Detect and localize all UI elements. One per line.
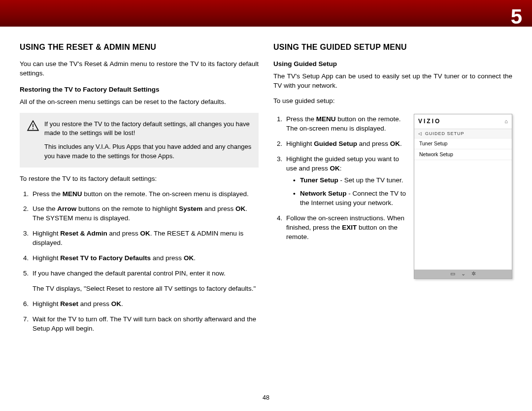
menu-screenshot: VIZIO ⌂ ◁ GUIDED SETUP Tuner Setup Netwo… (414, 114, 512, 279)
restore-step-3: Highlight Reset & Admin and press OK. Th… (31, 229, 259, 248)
guided-step-3: Highlight the guided setup you want to u… (284, 155, 407, 208)
guided-option-network: Network Setup - Connect the TV to the In… (293, 189, 407, 208)
guided-step-4: Follow the on-screen instructions. When … (284, 214, 407, 242)
guided-intro: The TV's Setup App can be used to easily… (273, 72, 512, 91)
body-subintro: All of the on-screen menu settings can b… (20, 98, 259, 107)
menu-breadcrumb: ◁ GUIDED SETUP (414, 129, 512, 139)
restore-step-5: If you have changed the default parental… (31, 269, 259, 294)
wide-icon: ▭ (450, 270, 455, 277)
section-heading-guided: USING THE GUIDED SETUP MENU (273, 42, 512, 53)
guided-step-2: Highlight Guided Setup and press OK. (284, 139, 407, 149)
guided-step-1: Press the MENU button on the remote. The… (284, 115, 407, 134)
intro-text: You can use the TV's Reset & Admin menu … (20, 60, 259, 78)
back-icon: ◁ (418, 131, 422, 137)
callout-main-text: If you restore the TV to the factory def… (44, 120, 252, 137)
menu-item-tuner: Tuner Setup (414, 138, 512, 149)
page-content: USING THE RESET & ADMIN MENU You can use… (20, 42, 512, 391)
page-number: 48 (0, 394, 532, 403)
restore-step-4: Highlight Reset TV to Factory Defaults a… (31, 254, 259, 263)
restore-lead: To restore the TV to its factory default… (20, 174, 259, 184)
menu-header: VIZIO ⌂ (414, 114, 512, 129)
callout-sub-text: This includes any V.I.A. Plus Apps that … (44, 142, 252, 160)
menu-crumb-label: GUIDED SETUP (425, 131, 465, 137)
menu-item-network: Network Setup (414, 149, 512, 160)
restore-step-6: Highlight Reset and press OK. (31, 300, 259, 309)
warning-callout: If you restore the TV to the factory def… (20, 113, 259, 168)
right-column: USING THE GUIDED SETUP MENU Using Guided… (273, 42, 512, 391)
chevron-down-icon: ⌄ (461, 270, 466, 277)
guided-option-tuner: Tuner Setup - Set up the TV tuner. (293, 176, 407, 185)
restore-step-7: Wait for the TV to turn off. The TV will… (31, 315, 259, 334)
guided-lead: To use guided setup: (273, 97, 512, 106)
warning-icon (27, 120, 39, 137)
svg-point-1 (33, 128, 33, 129)
section-heading-reset: USING THE RESET & ADMIN MENU (20, 42, 259, 53)
left-column: USING THE RESET & ADMIN MENU You can use… (20, 42, 259, 391)
guided-steps-list: Press the MENU button on the remote. The… (273, 115, 407, 242)
restore-step-2: Use the Arrow buttons on the remote to h… (31, 205, 259, 223)
restore-steps-list: Press the MENU button on the remote. The… (20, 190, 259, 334)
home-icon: ⌂ (504, 118, 508, 125)
restore-step-1: Press the MENU button on the remote. The… (31, 190, 259, 199)
chapter-number: 5 (511, 2, 522, 32)
brand-logo: VIZIO (418, 117, 441, 126)
subheading-restore: Restoring the TV to Factory Default Sett… (20, 85, 259, 95)
header-bar: 5 (0, 0, 532, 27)
restore-step-5-note: The TV displays, "Select Reset to restor… (33, 284, 259, 294)
subheading-guided: Using Guided Setup (273, 60, 512, 69)
menu-footer: ▭ ⌄ ✲ (414, 270, 512, 278)
guided-options-list: Tuner Setup - Set up the TV tuner. Netwo… (286, 176, 407, 208)
gear-icon: ✲ (471, 270, 476, 277)
